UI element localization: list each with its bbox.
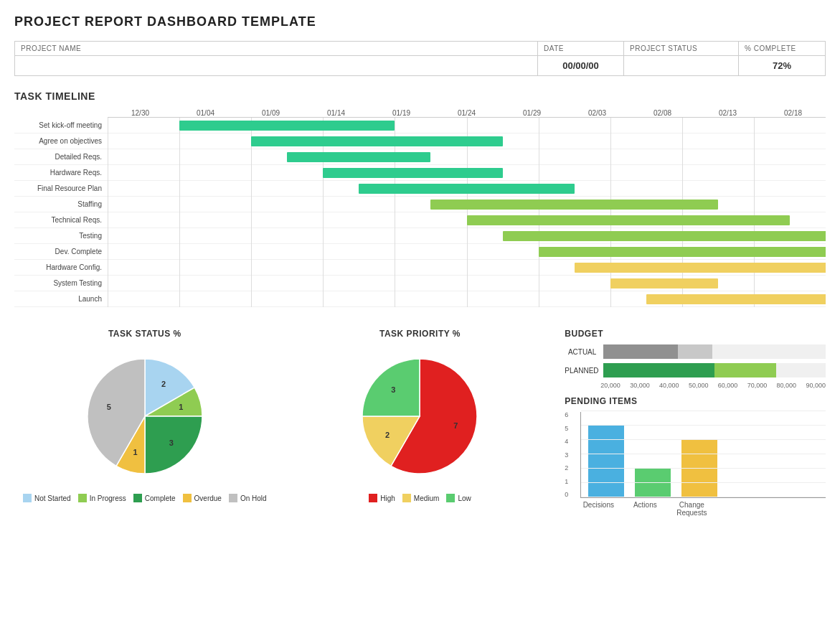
task-priority-legend: HighMediumLow: [369, 494, 471, 502]
pending-h-grid: [581, 411, 826, 411]
gantt-bar: [179, 121, 395, 131]
pie-label: 3: [392, 385, 396, 394]
legend-color: [229, 494, 237, 502]
legend-color: [23, 494, 32, 502]
gantt-track: [108, 118, 826, 133]
pending-h-grid: [581, 439, 826, 440]
pending-h-grid: [581, 454, 826, 454]
budget-axis-label: 50,000: [689, 382, 709, 389]
gantt-row-label: Dev. Complete: [14, 248, 108, 255]
gantt-track: [108, 260, 826, 275]
task-priority-card: TASK PRIORITY % 723 HighMediumLow: [290, 329, 551, 517]
gantt-bar: [539, 247, 826, 257]
gantt-bar: [430, 200, 717, 210]
legend-color: [402, 494, 411, 502]
budget-row: ACTUAL: [565, 344, 826, 359]
legend-label: Low: [458, 494, 471, 502]
gantt-row: Launch: [14, 291, 826, 307]
pending-h-grid: [581, 468, 826, 469]
pending-title: PENDING ITEMS: [565, 396, 826, 406]
legend-label: In Progress: [90, 494, 126, 502]
gantt-bar: [323, 168, 502, 178]
pending-y-label: 1: [565, 479, 568, 485]
gantt-date-label: 02/03: [565, 109, 630, 117]
gantt-bar: [646, 294, 826, 304]
gantt-container: 12/3001/0401/0901/1401/1901/2401/2902/03…: [14, 109, 826, 307]
gantt-date-label: 01/19: [369, 109, 434, 117]
budget-bar-fill-2: [678, 344, 712, 359]
budget-axis-label: 30,000: [630, 382, 650, 389]
budget-axis-label: 60,000: [718, 382, 738, 389]
legend-label: Overdue: [194, 494, 222, 502]
pending-h-grid: [581, 425, 826, 426]
gantt-bar: [359, 184, 574, 194]
legend-color: [446, 494, 455, 502]
gantt-bar: [503, 231, 826, 241]
pie-label: 1: [179, 403, 183, 411]
gantt-row: Agree on objectives: [14, 133, 826, 149]
project-name-value[interactable]: [15, 56, 538, 75]
gantt-track: [108, 291, 826, 306]
gantt-row-label: Set kick-off meeting: [14, 121, 108, 129]
gantt-row-label: System Testing: [14, 279, 108, 287]
task-status-title: TASK STATUS %: [108, 329, 181, 339]
pending-bars-area: [580, 412, 826, 498]
legend-item: Overdue: [183, 494, 222, 502]
gantt-date-label: 02/13: [695, 109, 760, 117]
status-value[interactable]: [624, 56, 739, 75]
gantt-row-label: Final Resource Plan: [14, 184, 108, 192]
pending-y-axis: 6543210: [565, 412, 568, 498]
legend-label: Complete: [145, 494, 176, 502]
legend-label: Not Started: [34, 494, 71, 502]
budget-axis-label: 90,000: [806, 382, 826, 389]
pie-label: 2: [385, 431, 390, 439]
budget-card: BUDGET ACTUALPLANNED20,00030,00040,00050…: [565, 329, 826, 389]
gantt-row: Set kick-off meeting: [14, 118, 826, 133]
gantt-track: [108, 165, 826, 180]
budget-row-label: ACTUAL: [565, 348, 600, 356]
legend-color: [78, 494, 87, 502]
gantt-track: [108, 244, 826, 259]
gantt-row-label: Hardware Reqs.: [14, 169, 108, 177]
gantt-row-label: Launch: [14, 295, 108, 303]
pending-bar: [588, 426, 624, 497]
task-status-card: TASK STATUS % 21315 Not StartedIn Progre…: [14, 329, 275, 517]
legend-color: [369, 494, 377, 502]
date-value[interactable]: 00/00/00: [538, 56, 624, 75]
gantt-bar: [287, 152, 430, 162]
pending-chart: PENDING ITEMS 6543210 DecisionsActionsCh…: [565, 396, 826, 517]
pending-bar: [681, 440, 717, 497]
gantt-date-label: 01/04: [173, 109, 238, 117]
budget-bars: ACTUALPLANNED20,00030,00040,00050,00060,…: [565, 344, 826, 389]
budget-bar-fill-1: [603, 363, 714, 377]
budget-row: PLANNED: [565, 363, 826, 377]
budget-axis-label: 40,000: [659, 382, 679, 389]
pending-x-label: Decisions: [580, 501, 616, 517]
pending-h-grid: [581, 482, 826, 483]
gantt-row-label: Staffing: [14, 200, 108, 208]
project-name-label: PROJECT NAME: [15, 42, 538, 55]
main-title: PROJECT REPORT DASHBOARD TEMPLATE: [14, 14, 826, 29]
budget-row-label: PLANNED: [565, 367, 600, 375]
pending-x-labels: DecisionsActionsChange Requests: [580, 501, 826, 517]
gantt-row-label: Testing: [14, 232, 108, 240]
legend-item: Medium: [402, 494, 440, 502]
complete-label: % COMPLETE: [739, 42, 825, 55]
pending-x-label: Change Requests: [674, 501, 709, 517]
pie-label: 2: [161, 380, 166, 388]
budget-bar-container: [603, 363, 826, 377]
gantt-row-label: Agree on objectives: [14, 137, 108, 145]
gantt-row: Final Resource Plan: [14, 181, 826, 197]
legend-item: Not Started: [23, 494, 71, 502]
pending-y-label: 6: [565, 412, 568, 418]
gantt-track: [108, 212, 826, 227]
gantt-date-label: 02/08: [630, 109, 695, 117]
task-priority-pie: 723: [348, 344, 491, 488]
budget-axis-label: 20,000: [600, 382, 620, 389]
gantt-section: TASK TIMELINE 12/3001/0401/0901/1401/190…: [14, 90, 826, 307]
pending-y-label: 5: [565, 426, 568, 432]
gantt-bar: [610, 278, 718, 288]
budget-bar-fill-2: [714, 363, 776, 377]
legend-item: On Hold: [229, 494, 267, 502]
pending-bar: [635, 469, 671, 497]
